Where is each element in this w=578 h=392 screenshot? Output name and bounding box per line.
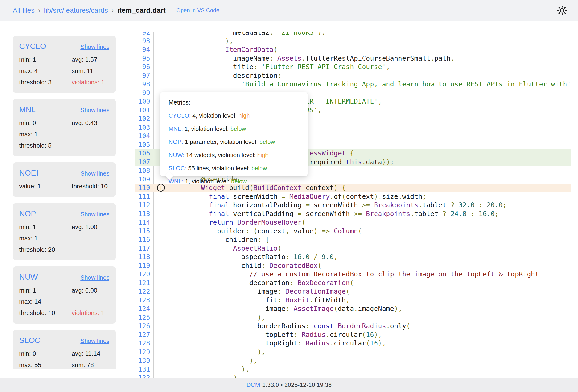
- metric-card-header: NOPShow lines: [19, 209, 109, 218]
- metric-stats: min: 1avg: 1.57max: 4sum: 11threshold: 3…: [19, 56, 109, 86]
- metric-title: MNL: [19, 105, 36, 114]
- line-number: 122: [135, 287, 150, 296]
- code-line-text: metadata2: '21 HOOKS'),: [193, 32, 326, 37]
- tooltip-metric-value: 1, violation level:: [184, 178, 231, 185]
- breadcrumb-current-file: item_card.dart: [117, 6, 166, 14]
- line-number: 100: [135, 97, 150, 106]
- metric-stat: threshold: 10: [19, 309, 72, 317]
- metric-stat: violations: 1: [72, 79, 109, 86]
- tooltip-metric-value: 14 widgets, violation level:: [184, 152, 257, 158]
- show-lines-link[interactable]: Show lines: [80, 43, 109, 50]
- metric-card-header: MNLShow lines: [19, 105, 109, 114]
- code-line: 96 title: 'Flutter REST API Crash Course…: [135, 63, 578, 71]
- code-line: 111 final screenWidth = MediaQuery.of(co…: [135, 192, 578, 201]
- tooltip-metric-label: NOP:: [168, 138, 183, 145]
- code-line-text: title: 'Flutter REST API Crash Course',: [193, 63, 390, 71]
- tooltip-metric-label: WNL:: [168, 178, 184, 185]
- metric-card-header: NUWShow lines: [19, 272, 109, 281]
- tooltip-metric-label: MNL:: [168, 125, 183, 132]
- code-line: 128 topRight: Radius.circular(16),: [135, 339, 578, 348]
- code-line-text: ),: [193, 348, 265, 356]
- tooltip-metric-row: MNL: 1, violation level: below: [168, 125, 308, 132]
- code-line: 117 AspectRatio(: [135, 244, 578, 253]
- metric-stat: avg: 0.43: [72, 120, 109, 127]
- tooltip-violation-level: below: [259, 138, 275, 145]
- metric-title: SLOC: [19, 336, 41, 345]
- metric-stat: violations: 1: [72, 309, 109, 317]
- metric-stat: [72, 298, 109, 305]
- metric-stat: threshold: 20: [19, 246, 72, 253]
- metric-title: NOEI: [19, 168, 38, 177]
- metric-stat: max: 4: [19, 67, 72, 75]
- line-number: 119: [135, 261, 150, 270]
- open-in-vscode-link[interactable]: Open in VS Code: [176, 7, 219, 14]
- tooltip-metric-label: NUW:: [168, 152, 184, 158]
- code-line-text: final screenWidth = MediaQuery.of(contex…: [193, 192, 426, 201]
- tooltip-metric-row: NOP: 1 parameter, violation level: below: [168, 138, 308, 146]
- code-line-text: ),: [193, 365, 249, 374]
- code-line: 92 metadata2: '21 HOOKS'),: [135, 32, 578, 37]
- show-lines-link[interactable]: Show lines: [80, 107, 109, 114]
- line-number: 112: [135, 201, 150, 210]
- metric-stat: [72, 131, 109, 138]
- code-line: 116 children: [: [135, 235, 578, 244]
- metric-stat: max: 14: [19, 298, 72, 305]
- line-number: 92: [135, 32, 150, 37]
- breadcrumb-folder[interactable]: lib/src/features/cards: [44, 6, 108, 14]
- dcm-link[interactable]: DCM: [246, 381, 260, 389]
- code-line-text: fit: BoxFit.fitWidth,: [193, 296, 350, 305]
- code-line: 94 ItemCardData(: [135, 45, 578, 54]
- line-number: 127: [135, 331, 150, 339]
- metric-stat: min: 0: [19, 350, 72, 357]
- line-number: 116: [135, 235, 150, 244]
- metric-stats: min: 1avg: 6.00max: 14threshold: 10viola…: [19, 287, 109, 317]
- theme-toggle-button[interactable]: [557, 5, 567, 16]
- tooltip-metric-row: WNL: 1, violation level: below: [168, 178, 308, 185]
- metric-stat: min: 1: [19, 287, 72, 294]
- line-number: 99: [135, 89, 150, 97]
- code-line-text: imageName: Assets.flutterRestApiCourseBa…: [193, 54, 454, 63]
- line-number: 126: [135, 322, 150, 331]
- line-number: 94: [135, 45, 150, 54]
- code-line-text: ),: [193, 313, 265, 322]
- metric-cards[interactable]: CYCLOShow linesmin: 1avg: 1.57max: 4sum:…: [13, 36, 116, 368]
- line-number: 109: [135, 175, 150, 184]
- code-line-text: children: [: [193, 235, 269, 244]
- line-number: 106: [135, 149, 150, 158]
- line-number: 96: [135, 63, 150, 71]
- line-number: 111: [135, 192, 150, 201]
- code-line: 127 topLeft: Radius.circular(16),: [135, 331, 578, 339]
- line-number: 123: [135, 296, 150, 305]
- code-line: 123 fit: BoxFit.fitWidth,: [135, 296, 578, 305]
- tooltip-metric-value: 1 parameter, violation level:: [183, 138, 259, 145]
- code-line-text: decoration: BoxDecoration(: [193, 279, 354, 287]
- code-line: 98 'Build a Coronavirus Tracking App, an…: [135, 80, 578, 89]
- breadcrumb-all-files[interactable]: All files: [13, 6, 35, 14]
- code-line: 121 decoration: BoxDecoration(: [135, 279, 578, 287]
- metric-card-header: CYCLOShow lines: [19, 42, 109, 51]
- show-lines-link[interactable]: Show lines: [80, 337, 109, 345]
- code-line-text: aspectRatio: 16.0 / 9.0,: [193, 253, 338, 261]
- info-icon[interactable]: i: [157, 184, 165, 192]
- code-line-text: final verticalPadding = screenWidth >= B…: [193, 210, 499, 218]
- line-number: 98: [135, 80, 150, 89]
- show-lines-link[interactable]: Show lines: [80, 170, 109, 177]
- show-lines-link[interactable]: Show lines: [80, 211, 109, 218]
- metric-stats: min: 0avg: 0.43max: 1threshold: 5: [19, 120, 109, 149]
- code-line: 93 ),: [135, 37, 578, 45]
- code-line: 129 ),: [135, 348, 578, 356]
- tooltip-violation-level: below: [231, 178, 247, 185]
- metric-stats: min: 1avg: 1.00max: 1threshold: 20: [19, 224, 109, 253]
- tooltip-violation-level: below: [231, 125, 246, 132]
- code-line-text: topRight: Radius.circular(16),: [193, 339, 386, 348]
- line-number: 108: [135, 166, 150, 175]
- line-number: 113: [135, 210, 150, 218]
- metric-card: NOPShow linesmin: 1avg: 1.00max: 1thresh…: [13, 203, 116, 260]
- code-line: 122 image: DecorationImage(: [135, 287, 578, 296]
- metrics-tooltip: Metrics: CYCLO: 4, violation level: high…: [160, 92, 308, 176]
- metric-stat: sum: 78: [72, 362, 109, 368]
- code-view[interactable]: 92 metadata2: '21 HOOKS'),93 ),94 ItemCa…: [135, 32, 578, 378]
- code-line-text: borderRadius: const BorderRadius.only(: [193, 322, 410, 331]
- code-line: 112 final horizontalPadding = screenWidt…: [135, 201, 578, 210]
- show-lines-link[interactable]: Show lines: [80, 274, 109, 281]
